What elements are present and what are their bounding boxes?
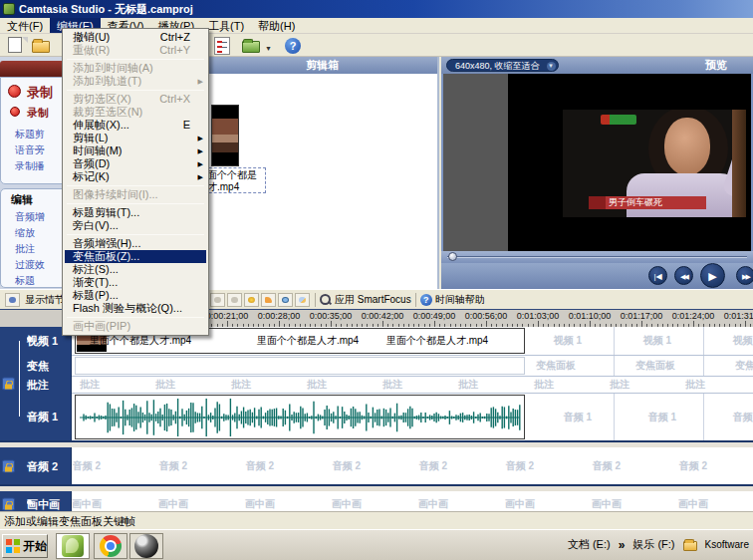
start-button[interactable]: 开始 xyxy=(2,534,48,558)
ksoftware-toolbar[interactable]: Ksoftware xyxy=(705,539,749,550)
menu-item-撤销-U-[interactable]: 撤销(U)Ctrl+Z xyxy=(65,31,206,44)
track-row-audio-1: 音频 1音频 1音频 1音频 1 xyxy=(0,393,753,440)
ruler-tick-label: 0:00:56;00 xyxy=(465,311,508,321)
chrome-icon xyxy=(100,535,122,557)
menu-item-重做-R-[interactable]: 重做(R)Ctrl+Y xyxy=(65,44,206,57)
audio-clip[interactable] xyxy=(75,395,525,439)
menu-item-label: 标题(P)... xyxy=(73,289,119,301)
preview-panel: 预览 640x480, 收缩至适合 ▼ 男子倒车碾死 xyxy=(441,57,753,289)
track-row-callout: 批注批注批注批注批注批注批注批注批注批注批注 xyxy=(0,376,753,393)
smartfocus-button[interactable]: 应用 SmartFocus xyxy=(335,293,411,307)
menu-item-音频-D-[interactable]: 音频(D)▶ xyxy=(65,157,206,170)
menu-item-剪切选区-X-[interactable]: 剪切选区(X)Ctrl+X xyxy=(65,93,206,106)
taskbar-right-toolbars: 文档 (E:) » 娱乐 (F:) Ksoftware xyxy=(568,537,749,552)
taskbar: 开始 文档 (E:) » 娱乐 (F:) Ksoftware xyxy=(0,529,753,560)
track-watermark: 画中画 xyxy=(418,497,448,511)
seek-bar[interactable] xyxy=(441,251,753,263)
track-watermark: 视频 1 xyxy=(733,334,753,348)
ksoftware-folder-icon xyxy=(683,541,697,551)
menu-item-添加到轨道-T-[interactable]: 添加到轨道(T)▶ xyxy=(65,75,206,88)
submenu-arrow-icon: ▶ xyxy=(198,157,203,170)
previous-button[interactable]: |◀ xyxy=(648,266,667,285)
track-label-zoom[interactable]: 变焦 xyxy=(0,355,72,376)
ruler-tick-label: 0:01:03;00 xyxy=(517,311,560,321)
menubar-item-6[interactable]: 帮助(H) xyxy=(251,18,302,33)
menu-item-标记-K-[interactable]: 标记(K)▶ xyxy=(65,170,206,183)
track-content-audio-2[interactable]: 音频 2音频 2音频 2音频 2音频 2音频 2音频 2音频 2音频 2 xyxy=(72,447,753,484)
import-media-icon[interactable] xyxy=(242,37,262,54)
menu-item-裁剪至选区-N-[interactable]: 裁剪至选区(N) xyxy=(65,106,206,119)
menu-item-label: 标注(S)... xyxy=(73,263,119,275)
track-content-callout[interactable]: 批注批注批注批注批注批注批注批注批注批注 xyxy=(72,376,753,393)
menu-item-旁白-V-[interactable]: 旁白(V)... xyxy=(65,219,206,232)
track-watermark: 批注 xyxy=(534,378,554,392)
import-dropdown-icon[interactable]: ▼ xyxy=(265,45,272,52)
track-watermark: 音频 2 xyxy=(246,459,274,473)
submenu-arrow-icon: ▶ xyxy=(198,132,203,144)
task-list-icon[interactable] xyxy=(214,37,234,54)
track-content-audio-1[interactable]: 音频 1音频 1音频 1 xyxy=(72,393,753,440)
redo-zoom-icon[interactable] xyxy=(227,293,242,307)
zoom-n-pan-icon[interactable] xyxy=(278,293,293,307)
track-lock-icon[interactable] xyxy=(2,459,15,472)
seek-knob[interactable] xyxy=(448,252,457,261)
track-watermark: 批注 xyxy=(307,378,327,392)
fastforward-button[interactable]: ▶▶ xyxy=(736,266,753,285)
undo-zoom-icon[interactable] xyxy=(210,293,225,307)
storyboard-view-icon[interactable] xyxy=(5,293,20,307)
menu-item-标题-P-[interactable]: 标题(P)... xyxy=(65,289,206,302)
menu-item-标题剪辑-T-[interactable]: 标题剪辑(T)... xyxy=(65,206,206,219)
menu-item-shortcut: E xyxy=(183,119,190,132)
track-lock-icon[interactable] xyxy=(2,497,15,510)
menu-item-时间轴-M-[interactable]: 时间轴(M)▶ xyxy=(65,144,206,157)
track-label-audio-1[interactable]: 音频 1 xyxy=(0,393,72,440)
caption-chip xyxy=(589,196,606,209)
menu-item-画中画-PIP-[interactable]: 画中画(PIP) xyxy=(65,320,206,333)
track-watermark: 画中画 xyxy=(158,497,188,511)
track-content-zoom[interactable]: 变焦面板变焦面板变焦面板 xyxy=(72,355,753,376)
menu-item-shortcut: Ctrl+X xyxy=(159,93,190,106)
picture-in-picture-icon[interactable] xyxy=(295,293,310,307)
menubar-item-1[interactable]: 文件(F) xyxy=(0,18,50,33)
track-watermark: 画中画 xyxy=(332,497,362,511)
ruler-tick-label: 0:00:49;00 xyxy=(413,311,456,321)
menu-item-添加到时间轴-A-[interactable]: 添加到时间轴(A) xyxy=(65,62,206,75)
taskbar-camtasia-button[interactable] xyxy=(56,533,90,559)
menu-separator xyxy=(67,203,204,204)
timeline-help-button[interactable]: 时间轴帮助 xyxy=(435,293,485,307)
menu-item-音频增强-H-[interactable]: 音频增强(H)... xyxy=(65,237,206,250)
track-watermark: 画中画 xyxy=(505,497,535,511)
open-project-icon[interactable] xyxy=(32,37,52,54)
menu-item-变焦面板-Z-[interactable]: 变焦面板(Z)... xyxy=(65,250,206,263)
menu-item-Flash-测验与概论-Q-[interactable]: Flash 测验与概论(Q)... xyxy=(65,302,206,315)
preview-canvas: 男子倒车碾死 xyxy=(443,74,751,251)
edit-menu-dropdown: 撤销(U)Ctrl+Z重做(R)Ctrl+Y添加到时间轴(A)添加到轨道(T)▶… xyxy=(62,28,209,336)
audio-enhance-icon[interactable] xyxy=(244,293,259,307)
menu-item-标注-S-[interactable]: 标注(S)... xyxy=(65,263,206,276)
menu-separator xyxy=(67,234,204,235)
preview-size-selector[interactable]: 640x480, 收缩至适合 ▼ xyxy=(446,59,559,72)
callout-icon[interactable] xyxy=(261,293,276,307)
drive-e-toolbar[interactable]: 文档 (E:) xyxy=(568,537,611,552)
new-project-icon[interactable] xyxy=(8,37,28,54)
seek-track[interactable] xyxy=(447,256,747,258)
menu-item-label: 音频(D) xyxy=(73,157,110,169)
menu-item-伸展帧-X-[interactable]: 伸展帧(X)...E xyxy=(65,119,206,132)
rewind-button[interactable]: ◀◀ xyxy=(674,266,693,285)
menu-item-剪辑-L-[interactable]: 剪辑(L)▶ xyxy=(65,132,206,144)
drive-f-toolbar[interactable]: 娱乐 (F:) xyxy=(632,537,674,552)
taskbar-chrome-button[interactable] xyxy=(94,533,127,559)
audio-waveform xyxy=(76,396,524,439)
menu-item-图像持续时间-I-[interactable]: 图像持续时间(I)... xyxy=(65,188,206,201)
menu-item-渐变-T-[interactable]: 渐变(T)... xyxy=(65,276,206,289)
chevron-icon[interactable]: » xyxy=(619,538,626,552)
track-lock-icon[interactable] xyxy=(2,378,15,391)
title-bar[interactable]: Camtasia Studio - 无标题.camproj xyxy=(0,0,753,18)
play-button[interactable]: ▶ xyxy=(700,263,725,288)
track-watermark: 音频 2 xyxy=(679,459,707,473)
clip-thumbnail[interactable] xyxy=(211,105,239,166)
help-icon[interactable]: ? xyxy=(285,38,305,55)
size-dropdown-icon[interactable]: ▼ xyxy=(547,62,556,71)
window-title: Camtasia Studio - 无标题.camproj xyxy=(19,2,193,17)
taskbar-photos-button[interactable] xyxy=(129,533,163,559)
